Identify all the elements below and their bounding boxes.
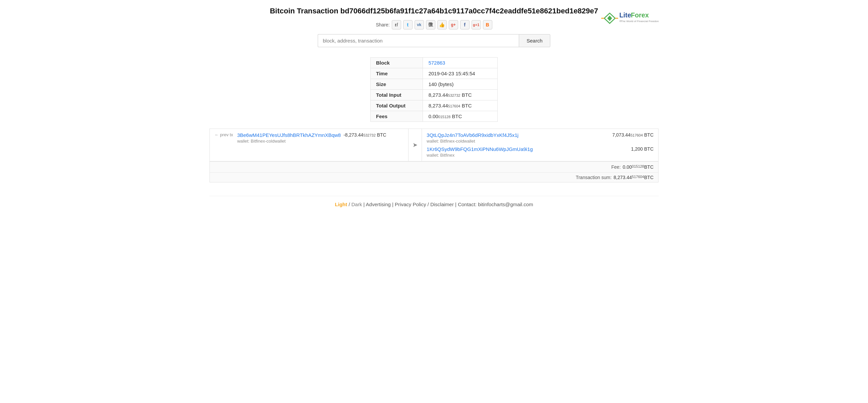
tx-sum-small: 517604 xyxy=(632,175,644,180)
output-amount-main-1: 7,073.44 xyxy=(612,132,631,138)
output-entry-1: 3QtLQpJz4n7ToAVb6dR9xidbYxKf4J5x1j walle… xyxy=(427,132,653,144)
fee-label: Fee: xyxy=(611,164,621,170)
page-title: Bitcoin Transaction bd7066df125b6fa91f1c… xyxy=(210,7,658,15)
fees-main: 0.00 xyxy=(428,113,438,119)
fees-label: Fees xyxy=(371,111,423,122)
tx-sum-main: 8,273.44 xyxy=(614,175,632,180)
tx-sum-label: Transaction sum: xyxy=(576,175,612,180)
size-label: Size xyxy=(371,79,423,90)
tx-inputs-col: ← prev tx 3Be6wM41PEYesUJfs8hBRTkhAZYmnX… xyxy=(210,129,408,161)
twitter-share-icon[interactable]: t xyxy=(403,20,412,29)
light-theme-link[interactable]: Light xyxy=(335,201,347,207)
fees-small: 015128 xyxy=(438,115,451,119)
total-output-value: 8,273.44517604 BTC xyxy=(423,100,498,111)
total-output-row: Total Output 8,273.44517604 BTC xyxy=(371,100,498,111)
transaction-row: ← prev tx 3Be6wM41PEYesUJfs8hBRTkhAZYmnX… xyxy=(210,129,658,161)
input-address-block: 3Be6wM41PEYesUJfs8hBRTkhAZYmnXBqw8 walle… xyxy=(237,132,341,144)
footer-sep2: | xyxy=(363,201,365,207)
transaction-detail-block: ← prev tx 3Be6wM41PEYesUJfs8hBRTkhAZYmnX… xyxy=(210,129,658,182)
footer-sep4: | Contact: xyxy=(455,201,478,207)
logo: Lite Forex ® The World of Financial Free… xyxy=(598,7,658,31)
output-addr-block-1: 3QtLQpJz4n7ToAVb6dR9xidbYxKf4J5x1j walle… xyxy=(427,132,606,144)
gplusone-share-icon[interactable]: g+1 xyxy=(471,20,481,29)
total-output-unit: BTC xyxy=(460,103,471,108)
time-label: Time xyxy=(371,68,423,79)
svg-marker-1 xyxy=(607,15,612,21)
fee-small: 015128 xyxy=(632,164,644,170)
search-button[interactable]: Search xyxy=(519,34,550,47)
input-wallet-label: wallet: Bitfinex-coldwallet xyxy=(237,139,341,144)
size-value: 140 (bytes) xyxy=(423,79,498,90)
total-input-label: Total Input xyxy=(371,90,423,100)
block-label: Block xyxy=(371,58,423,68)
total-input-value: 8,273.44532732 BTC xyxy=(423,90,498,100)
total-input-row: Total Input 8,273.44532732 BTC xyxy=(371,90,498,100)
output-wallet-label-1: wallet: Bitfinex-coldwallet xyxy=(427,139,606,144)
block-link[interactable]: 572863 xyxy=(428,60,445,66)
fees-unit: BTC xyxy=(451,113,462,119)
output-entry-2: 1Kr6QSydW9bFQG1mXiPNNu6WpJGmUa9i1g walle… xyxy=(427,146,653,158)
transaction-info-container: Block 572863 Time 2019-04-23 15:45:54 Si… xyxy=(210,57,658,122)
search-bar: Search xyxy=(210,34,658,47)
tx-sum-unit: BTC xyxy=(644,175,653,180)
total-input-unit: BTC xyxy=(460,92,471,98)
output-amount-main-2: 1,200 xyxy=(631,146,643,152)
tx-sum-row: Transaction sum: 8,273.44517604 BTC xyxy=(210,172,658,182)
output-amount-small-1: 517604 xyxy=(630,133,643,137)
total-output-main: 8,273.44 xyxy=(428,103,448,108)
fee-unit: BTC xyxy=(644,164,653,170)
input-address-link[interactable]: 3Be6wM41PEYesUJfs8hBRTkhAZYmnXBqw8 xyxy=(237,132,341,138)
share-label: Share: xyxy=(376,22,390,28)
fee-row: Fee: 0.00015128 BTC xyxy=(210,161,658,172)
output-address-link-2[interactable]: 1Kr6QSydW9bFQG1mXiPNNu6WpJGmUa9i1g xyxy=(427,146,533,152)
time-row: Time 2019-04-23 15:45:54 xyxy=(371,68,498,79)
input-amount-unit: BTC xyxy=(376,132,386,138)
output-amount-unit-2: BTC xyxy=(643,146,653,152)
input-amount-small: 532732 xyxy=(363,133,376,137)
total-output-label: Total Output xyxy=(371,100,423,111)
transaction-info-table: Block 572863 Time 2019-04-23 15:45:54 Si… xyxy=(370,57,498,122)
block-value: 572863 xyxy=(423,58,498,68)
contact-email-link[interactable]: bitinfocharts@gmail.com xyxy=(478,201,533,207)
time-value: 2019-04-23 15:45:54 xyxy=(423,68,498,79)
total-input-main: 8,273.44 xyxy=(428,92,448,98)
blogger-share-icon[interactable]: B xyxy=(483,20,492,29)
input-amount: -8,273.44532732 BTC xyxy=(343,132,386,138)
input-amount-main: -8,273.44 xyxy=(343,132,363,138)
total-input-small: 532732 xyxy=(448,93,461,97)
footer-sep3: | xyxy=(392,201,395,207)
like-share-icon[interactable]: 👍 xyxy=(437,20,447,29)
svg-text:The World of Financial Freedom: The World of Financial Freedom xyxy=(621,20,659,23)
input-entry: ← prev tx 3Be6wM41PEYesUJfs8hBRTkhAZYmnX… xyxy=(215,132,403,144)
fee-main: 0.00 xyxy=(623,164,632,170)
size-row: Size 140 (bytes) xyxy=(371,79,498,90)
share-bar: Share: r/ t vk 微 👍 g+ f g+1 B xyxy=(210,20,658,29)
dark-theme-link[interactable]: Dark xyxy=(351,201,362,207)
arrow-icon: ➤ xyxy=(412,141,417,148)
facebook-share-icon[interactable]: f xyxy=(460,20,469,29)
footer-sep1: / xyxy=(348,201,351,207)
output-amount-2: 1,200 BTC xyxy=(631,146,653,152)
output-address-link-1[interactable]: 3QtLQpJz4n7ToAVb6dR9xidbYxKf4J5x1j xyxy=(427,132,519,138)
total-output-small: 517604 xyxy=(448,104,461,108)
search-input[interactable] xyxy=(318,34,519,47)
footer: Light / Dark | Advertising | Privacy Pol… xyxy=(210,196,658,212)
weibo-share-icon[interactable]: 微 xyxy=(426,20,435,29)
tx-outputs-col: 3QtLQpJz4n7ToAVb6dR9xidbYxKf4J5x1j walle… xyxy=(422,129,658,161)
svg-text:Forex: Forex xyxy=(631,11,649,19)
vk-share-icon[interactable]: vk xyxy=(414,20,424,29)
privacy-link[interactable]: Privacy Policy / Disclaimer xyxy=(395,201,454,207)
fees-value: 0.00015128 BTC xyxy=(423,111,498,122)
prev-tx-label: ← prev tx xyxy=(215,132,233,137)
output-wallet-label-2: wallet: Bitfinex xyxy=(427,153,624,158)
svg-text:Lite: Lite xyxy=(619,11,631,19)
output-addr-block-2: 1Kr6QSydW9bFQG1mXiPNNu6WpJGmUa9i1g walle… xyxy=(427,146,624,158)
tx-arrow: ➤ xyxy=(408,129,422,161)
gplus-share-icon[interactable]: g+ xyxy=(449,20,458,29)
block-row: Block 572863 xyxy=(371,58,498,68)
output-amount-unit-1: BTC xyxy=(643,132,653,138)
reddit-share-icon[interactable]: r/ xyxy=(392,20,401,29)
output-amount-1: 7,073.44517604 BTC xyxy=(612,132,653,138)
fees-row: Fees 0.00015128 BTC xyxy=(371,111,498,122)
advertising-link[interactable]: Advertising xyxy=(366,201,391,207)
